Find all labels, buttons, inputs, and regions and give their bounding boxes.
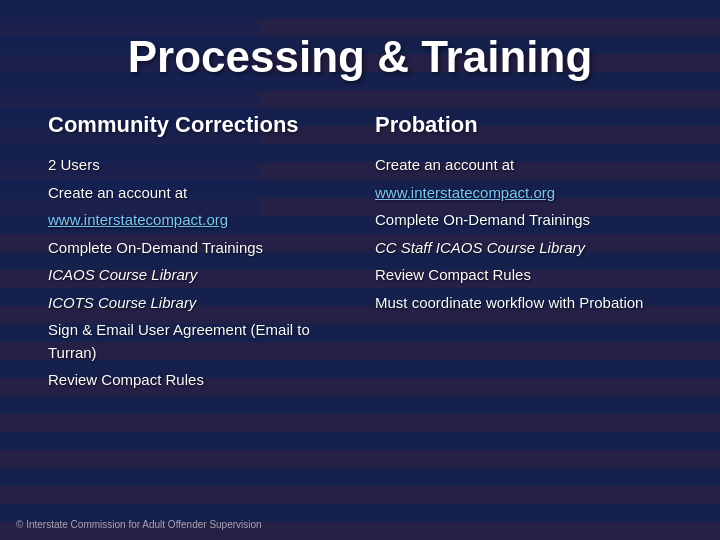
list-item-link[interactable]: www.interstatecompact.org [48, 209, 345, 232]
list-item: Must coordinate workflow with Probation [375, 292, 672, 315]
list-item: CC Staff ICAOS Course Library [375, 237, 672, 260]
list-item: ICAOS Course Library [48, 264, 345, 287]
list-item-link[interactable]: www.interstatecompact.org [375, 182, 672, 205]
probation-heading: Probation [375, 112, 672, 138]
columns-container: Community Corrections 2 Users Create an … [48, 112, 672, 397]
list-item: Complete On-Demand Trainings [48, 237, 345, 260]
probation-list: Create an account at www.interstatecompa… [375, 154, 672, 314]
list-item-review-compact-cc: Review Compact Rules [48, 369, 345, 392]
community-corrections-column: Community Corrections 2 Users Create an … [48, 112, 345, 397]
list-item: ICOTS Course Library [48, 292, 345, 315]
community-corrections-list: 2 Users Create an account at www.interst… [48, 154, 345, 392]
probation-column: Probation Create an account at www.inter… [375, 112, 672, 397]
main-content: Processing & Training Community Correcti… [0, 0, 720, 417]
list-item: Complete On-Demand Trainings [375, 209, 672, 232]
list-item: Sign & Email User Agreement (Email to Tu… [48, 319, 345, 364]
list-item: Create an account at [48, 182, 345, 205]
footer-text: © Interstate Commission for Adult Offend… [16, 519, 262, 530]
community-corrections-heading: Community Corrections [48, 112, 345, 138]
list-item: 2 Users [48, 154, 345, 177]
list-item: Create an account at [375, 154, 672, 177]
list-item-review-compact-prob: Review Compact Rules [375, 264, 672, 287]
page-title: Processing & Training [48, 32, 672, 82]
